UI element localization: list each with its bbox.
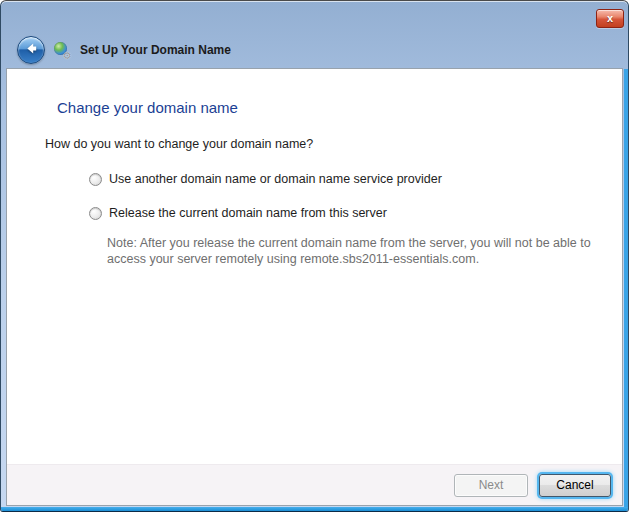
back-button[interactable] <box>17 36 45 64</box>
radio-button[interactable] <box>89 207 102 220</box>
close-button[interactable]: x <box>596 9 624 28</box>
question-text: How do you want to change your domain na… <box>45 137 313 151</box>
wizard-footer: Next Cancel <box>7 464 622 505</box>
wizard-title: Set Up Your Domain Name <box>80 43 231 57</box>
wizard-page: Change your domain name How do you want … <box>7 69 622 464</box>
page-heading: Change your domain name <box>57 99 238 116</box>
wizard-window: x ⚙ Set Up Your Domain Name Change your … <box>0 0 629 512</box>
content-area: Change your domain name How do you want … <box>6 68 623 506</box>
globe-gear-icon: ⚙ <box>54 42 70 58</box>
window-frame-bottom <box>1 507 628 511</box>
radio-option-release-domain[interactable]: Release the current domain name from thi… <box>89 206 387 220</box>
radio-option-use-another-provider[interactable]: Use another domain name or domain name s… <box>89 172 442 186</box>
radio-option-label: Use another domain name or domain name s… <box>109 172 442 186</box>
titlebar[interactable]: x ⚙ Set Up Your Domain Name <box>1 1 628 68</box>
radio-option-label: Release the current domain name from thi… <box>109 206 387 220</box>
release-note-text: Note: After you release the current doma… <box>107 235 599 267</box>
radio-button[interactable] <box>89 173 102 186</box>
gear-icon: ⚙ <box>63 51 72 61</box>
wizard-header: ⚙ Set Up Your Domain Name <box>17 36 231 64</box>
close-icon: x <box>607 12 613 24</box>
back-arrow-icon <box>24 41 39 60</box>
window-frame-right <box>624 69 628 507</box>
next-button[interactable]: Next <box>454 474 528 497</box>
cancel-button[interactable]: Cancel <box>539 474 611 497</box>
